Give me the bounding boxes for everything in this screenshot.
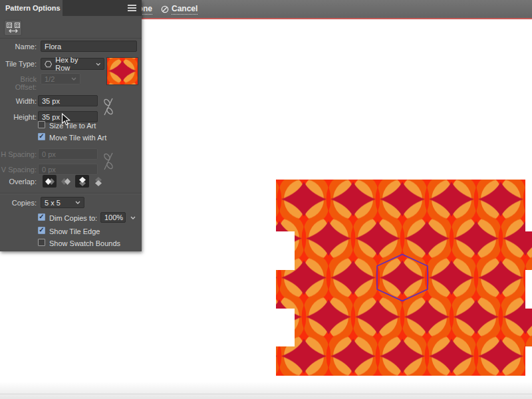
chevron-down-icon[interactable] <box>130 216 136 219</box>
cancel-button[interactable]: Cancel <box>161 4 198 15</box>
copies-label: Copies: <box>0 199 37 207</box>
illustrator-pattern-editing-mode: Done Cancel Pattern Options <box>0 0 532 399</box>
overlap-right-in-front-icon <box>61 178 71 186</box>
panel-menu-icon[interactable] <box>128 5 136 11</box>
v-spacing-label: V Spacing: <box>0 166 37 174</box>
name-label: Name: <box>0 43 37 51</box>
overlap-top-in-front-button[interactable] <box>75 175 89 188</box>
panel-tab-pattern-options[interactable]: Pattern Options <box>0 0 63 16</box>
pattern-tile-tool-icon <box>6 22 21 34</box>
width-input[interactable]: 35 px <box>38 95 98 106</box>
v-spacing-value: 0 px <box>42 166 56 174</box>
link-dimensions-icon[interactable] <box>103 96 114 118</box>
artboard-bottom-fade <box>0 382 532 399</box>
name-value: Flora <box>45 43 61 51</box>
dim-copies-value: 100% <box>104 213 123 221</box>
overlap-label: Overlap: <box>0 178 37 186</box>
show-tile-edge-label: Show Tile Edge <box>49 227 100 235</box>
show-swatch-bounds-checkbox[interactable]: ✓ <box>38 239 45 246</box>
panel-title: Pattern Options <box>5 4 61 12</box>
copies-value: 5 x 5 <box>45 199 61 207</box>
overlap-bottom-in-front-button[interactable] <box>91 175 105 188</box>
pattern-artwork[interactable] <box>276 180 532 376</box>
dim-copies-checkbox[interactable]: ✓ <box>38 213 45 221</box>
panel-divider-top <box>0 38 142 39</box>
tile-type-dropdown[interactable]: Hex by Row <box>41 58 104 70</box>
h-spacing-input: 0 px <box>38 148 98 160</box>
v-spacing-input: 0 px <box>38 164 98 175</box>
overlap-left-in-front-button[interactable] <box>43 175 57 188</box>
overlap-bottom-in-front-icon <box>94 176 102 187</box>
cancel-icon <box>161 5 169 13</box>
height-label: Height: <box>0 113 37 121</box>
panel-divider-copies <box>0 193 142 194</box>
width-label: Width: <box>0 97 37 105</box>
dim-copies-label: Dim Copies to: <box>49 214 97 222</box>
overlap-left-in-front-icon <box>45 178 55 186</box>
link-spacing-icon <box>103 150 114 173</box>
size-tile-to-art-label: Size Tile to Art <box>49 122 96 130</box>
size-tile-to-art-checkbox[interactable]: ✓ <box>38 121 45 128</box>
pattern-tile-tool-button[interactable] <box>4 20 22 36</box>
width-value: 35 px <box>42 97 60 105</box>
pattern-swatch-preview <box>107 58 138 84</box>
move-tile-with-art-label: Move Tile with Art <box>49 134 106 142</box>
show-tile-edge-checkbox[interactable]: ✓ <box>38 227 45 234</box>
brick-offset-value: 1/2 <box>45 75 55 83</box>
brick-offset-label: Brick Offset: <box>0 75 37 91</box>
copies-dropdown[interactable]: 5 x 5 <box>41 197 84 208</box>
tile-type-value: Hex by Row <box>55 56 92 72</box>
height-value: 35 px <box>42 113 60 121</box>
overlap-right-in-front-button[interactable] <box>59 175 72 188</box>
show-swatch-bounds-label: Show Swatch Bounds <box>49 239 120 247</box>
chevron-down-icon <box>71 77 76 80</box>
chevron-down-icon <box>75 201 80 204</box>
move-tile-with-art-checkbox[interactable]: ✓ <box>38 133 45 140</box>
h-spacing-label: H Spacing: <box>0 150 37 158</box>
dim-copies-value-dropdown[interactable]: 100% <box>100 212 126 223</box>
overlap-top-in-front-icon <box>78 176 86 187</box>
name-input[interactable]: Flora <box>41 41 137 52</box>
brick-offset-dropdown: 1/2 <box>41 73 80 84</box>
artboard-edge-line <box>0 394 532 394</box>
chevron-down-icon <box>96 63 100 66</box>
hexagon-icon <box>45 61 52 68</box>
mouse-cursor <box>61 113 71 126</box>
h-spacing-value: 0 px <box>42 150 56 158</box>
cancel-label: Cancel <box>172 4 198 15</box>
tile-type-label: Tile Type: <box>0 60 37 68</box>
